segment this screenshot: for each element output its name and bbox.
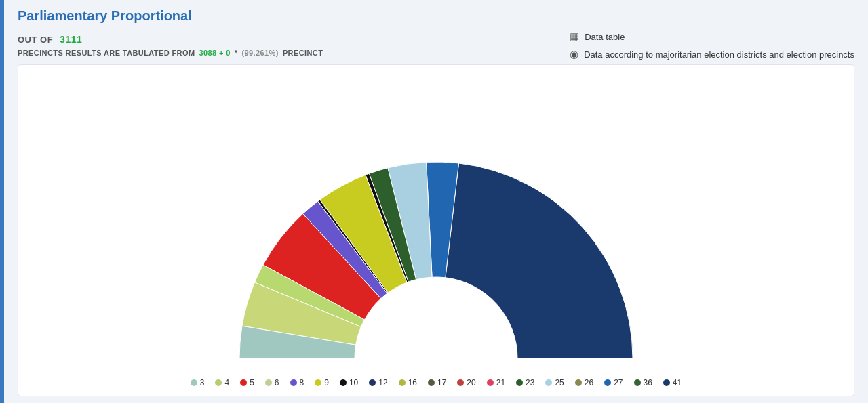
legend-item-26: 26 <box>575 378 593 387</box>
legend-item-36: 36 <box>634 378 652 387</box>
section-title-row: Parliamentary Proportional <box>18 0 854 30</box>
legend-item-3: 3 <box>191 378 205 387</box>
legend-label-16: 16 <box>408 378 417 387</box>
legend-label-10: 10 <box>349 378 358 387</box>
legend-label-41: 41 <box>673 378 682 387</box>
legend-label-25: 25 <box>555 378 564 387</box>
legend-label-27: 27 <box>614 378 623 387</box>
legend-label-21: 21 <box>496 378 505 387</box>
legend-item-6: 6 <box>265 378 279 387</box>
legend-label-23: 23 <box>526 378 534 387</box>
legend-dot-41 <box>663 379 670 386</box>
data-table-label: Data table <box>585 32 625 42</box>
legend-dot-6 <box>265 379 272 386</box>
precincts-label: PRECINCTS RESULTS ARE TABULATED FROM <box>18 49 195 57</box>
legend-dot-27 <box>604 379 611 386</box>
legend-label-8: 8 <box>300 378 304 387</box>
precincts-row: PRECINCTS RESULTS ARE TABULATED FROM 308… <box>18 49 323 57</box>
legend-dot-16 <box>399 379 406 386</box>
legend-item-5: 5 <box>240 378 254 387</box>
legend-dot-12 <box>369 379 376 386</box>
legend-dot-8 <box>290 379 297 386</box>
legend-dot-5 <box>240 379 247 386</box>
legend-item-17: 17 <box>428 378 446 387</box>
legend-label-5: 5 <box>250 378 254 387</box>
donut-chart <box>172 87 701 358</box>
donut-chart-wrapper <box>18 72 854 374</box>
location-icon: ◉ <box>570 48 578 60</box>
legend-label-36: 36 <box>644 378 652 387</box>
page-container: Parliamentary Proportional OUT OF 3111 P… <box>0 0 868 403</box>
data-districts-button[interactable]: ◉ Data according to majoritarian electio… <box>570 48 854 60</box>
legend-label-4: 4 <box>224 378 229 387</box>
legend-item-25: 25 <box>545 378 564 387</box>
title-divider <box>200 16 854 16</box>
legend-item-23: 23 <box>516 378 534 387</box>
data-table-button[interactable]: ▦ Data table <box>570 30 625 43</box>
legend-item-12: 12 <box>369 378 387 387</box>
legend-dot-20 <box>457 379 464 386</box>
legend-item-27: 27 <box>604 378 623 387</box>
precincts-suffix: PRECINCT <box>283 49 323 57</box>
data-districts-label: Data according to majoritarian election … <box>584 49 854 60</box>
legend-label-12: 12 <box>378 378 387 387</box>
legend-label-26: 26 <box>585 378 593 387</box>
chart-container: 3 4 5 6 8 9 10 12 16 17 20 21 23 25 <box>18 64 854 396</box>
legend-item-16: 16 <box>399 378 417 387</box>
precincts-value: 3088 + 0 <box>199 49 231 57</box>
legend-item-8: 8 <box>290 378 304 387</box>
meta-left: OUT OF 3111 PRECINCTS RESULTS ARE TABULA… <box>18 34 323 57</box>
legend-row: 3 4 5 6 8 9 10 12 16 17 20 21 23 25 <box>177 374 695 390</box>
legend-label-9: 9 <box>324 378 329 387</box>
meta-row: OUT OF 3111 PRECINCTS RESULTS ARE TABULA… <box>18 30 854 60</box>
legend-dot-26 <box>575 379 582 386</box>
precincts-star: * <box>235 49 238 57</box>
legend-item-4: 4 <box>215 378 229 387</box>
legend-item-9: 9 <box>315 378 329 387</box>
legend-dot-10 <box>340 379 347 386</box>
legend-label-6: 6 <box>275 378 279 387</box>
meta-right: ▦ Data table ◉ Data according to majorit… <box>570 30 854 60</box>
out-of-label: OUT OF <box>18 35 53 45</box>
legend-item-41: 41 <box>663 378 682 387</box>
legend-dot-36 <box>634 379 641 386</box>
legend-dot-4 <box>215 379 222 386</box>
legend-item-20: 20 <box>457 378 475 387</box>
legend-dot-21 <box>487 379 494 386</box>
out-of-row: OUT OF 3111 <box>18 34 323 45</box>
legend-item-10: 10 <box>340 378 358 387</box>
main-content: Parliamentary Proportional OUT OF 3111 P… <box>4 0 868 403</box>
legend-label-3: 3 <box>200 378 205 387</box>
legend-dot-25 <box>545 379 552 386</box>
legend-dot-9 <box>315 379 321 386</box>
legend-dot-3 <box>191 379 197 386</box>
out-of-value: 3111 <box>60 34 82 45</box>
legend-dot-17 <box>428 379 435 386</box>
precincts-pct: (99.261%) <box>242 49 279 57</box>
legend-dot-23 <box>516 379 523 386</box>
section-title: Parliamentary Proportional <box>18 8 192 24</box>
legend-label-20: 20 <box>467 378 475 387</box>
legend-label-17: 17 <box>437 378 446 387</box>
data-table-icon: ▦ <box>570 30 579 43</box>
legend-item-21: 21 <box>487 378 505 387</box>
